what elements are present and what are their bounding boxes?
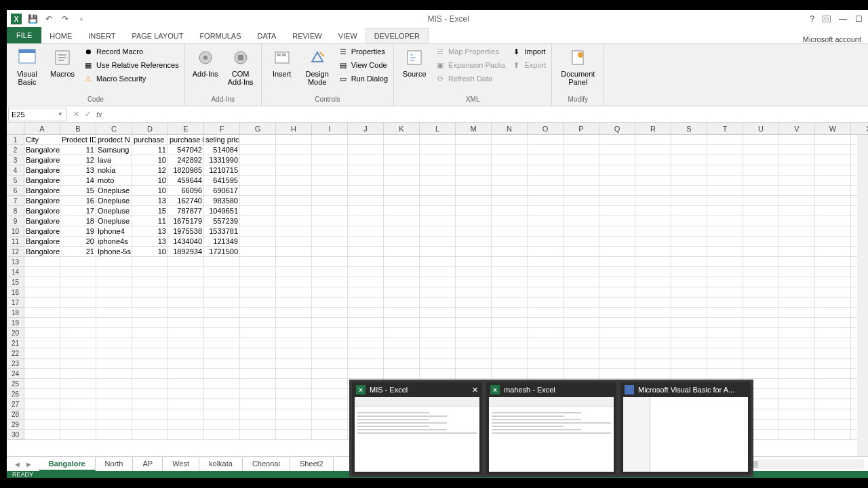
row-header-17[interactable]: 17: [7, 298, 24, 308]
cell[interactable]: [779, 206, 815, 216]
cell[interactable]: [420, 216, 456, 226]
cell[interactable]: [168, 430, 204, 440]
cell[interactable]: Bangalore: [24, 176, 60, 186]
cell[interactable]: [492, 237, 528, 247]
cell[interactable]: [384, 135, 420, 145]
cell[interactable]: [240, 308, 276, 318]
cell[interactable]: [204, 318, 240, 328]
cell[interactable]: [384, 338, 420, 348]
cell[interactable]: Onepluse: [96, 216, 132, 226]
qat-customize-icon[interactable]: ≡: [76, 14, 87, 24]
cell[interactable]: 18: [60, 216, 96, 226]
cell[interactable]: [276, 379, 312, 389]
cell[interactable]: Onepluse: [96, 186, 132, 196]
cell[interactable]: [707, 298, 743, 308]
cell[interactable]: [743, 298, 779, 308]
preview-mis-excel[interactable]: XMIS - Excel✕: [352, 382, 482, 474]
map-properties-button[interactable]: ☱Map Properties: [433, 45, 507, 58]
cell[interactable]: [312, 359, 348, 369]
cell[interactable]: [132, 399, 168, 409]
cell[interactable]: [312, 308, 348, 318]
cell[interactable]: [815, 379, 851, 389]
cell[interactable]: [635, 155, 671, 165]
cell[interactable]: [24, 277, 60, 287]
cell[interactable]: [420, 348, 456, 359]
sheet-tab-sheet2[interactable]: Sheet2: [290, 458, 334, 471]
cell[interactable]: [707, 237, 743, 247]
cell[interactable]: [779, 318, 815, 328]
cell[interactable]: [635, 135, 671, 145]
cell[interactable]: [492, 369, 528, 379]
cell[interactable]: [492, 308, 528, 318]
cell[interactable]: [348, 247, 384, 257]
cell[interactable]: [420, 277, 456, 287]
cell[interactable]: [779, 186, 815, 196]
col-header-B[interactable]: B: [60, 123, 96, 134]
cell[interactable]: [204, 348, 240, 359]
cell[interactable]: [204, 328, 240, 338]
cell[interactable]: [420, 206, 456, 216]
cell[interactable]: [456, 176, 492, 186]
cell[interactable]: [671, 165, 707, 176]
cell[interactable]: 242892: [168, 155, 204, 165]
tab-review[interactable]: REVIEW: [284, 28, 330, 43]
undo-icon[interactable]: ↶: [43, 14, 54, 24]
cell[interactable]: [312, 420, 348, 430]
cell[interactable]: [384, 226, 420, 237]
cell[interactable]: purchase P: [168, 135, 204, 145]
cell[interactable]: [707, 308, 743, 318]
cell[interactable]: seling price: [204, 135, 240, 145]
cell[interactable]: [60, 287, 96, 298]
cell[interactable]: [60, 420, 96, 430]
cell[interactable]: [671, 348, 707, 359]
cell[interactable]: [779, 135, 815, 145]
cell[interactable]: [635, 216, 671, 226]
cell[interactable]: [599, 176, 635, 186]
cell[interactable]: [456, 196, 492, 206]
cell[interactable]: [240, 216, 276, 226]
cell[interactable]: [671, 206, 707, 216]
cell[interactable]: [312, 409, 348, 420]
cell[interactable]: [96, 277, 132, 287]
cell[interactable]: [599, 155, 635, 165]
cell[interactable]: [456, 338, 492, 348]
cell[interactable]: [492, 155, 528, 165]
cell[interactable]: [348, 359, 384, 369]
cell[interactable]: [132, 420, 168, 430]
insert-button[interactable]: Insert: [266, 45, 298, 79]
cell[interactable]: [168, 369, 204, 379]
cell[interactable]: [492, 277, 528, 287]
cell[interactable]: [743, 196, 779, 206]
cell[interactable]: [384, 216, 420, 226]
cell[interactable]: [671, 216, 707, 226]
cell[interactable]: [312, 277, 348, 287]
cell[interactable]: [420, 308, 456, 318]
col-header-I[interactable]: I: [312, 123, 348, 134]
cell[interactable]: [779, 216, 815, 226]
cell[interactable]: [420, 369, 456, 379]
cell[interactable]: [528, 287, 564, 298]
cell[interactable]: [312, 399, 348, 409]
cell[interactable]: [815, 399, 851, 409]
cell[interactable]: Samsung: [96, 145, 132, 155]
cell[interactable]: 17: [60, 206, 96, 216]
cell[interactable]: [779, 237, 815, 247]
cell[interactable]: [456, 359, 492, 369]
cell[interactable]: [240, 379, 276, 389]
run-dialog-button[interactable]: ▭Run Dialog: [336, 73, 389, 85]
cell[interactable]: [743, 237, 779, 247]
macros-button[interactable]: Macros: [46, 45, 79, 79]
cell[interactable]: [240, 399, 276, 409]
cell[interactable]: [815, 186, 851, 196]
tab-data[interactable]: DATA: [250, 28, 285, 43]
macro-security-button[interactable]: ⚠Macro Security: [81, 73, 180, 85]
cell[interactable]: [276, 186, 312, 196]
tab-view[interactable]: VIEW: [330, 28, 366, 43]
cell[interactable]: [240, 257, 276, 267]
cell[interactable]: [204, 267, 240, 277]
cell[interactable]: [456, 257, 492, 267]
cell[interactable]: [779, 257, 815, 267]
row-header-22[interactable]: 22: [7, 348, 24, 359]
cell[interactable]: 15: [132, 206, 168, 216]
cell[interactable]: [599, 277, 635, 287]
